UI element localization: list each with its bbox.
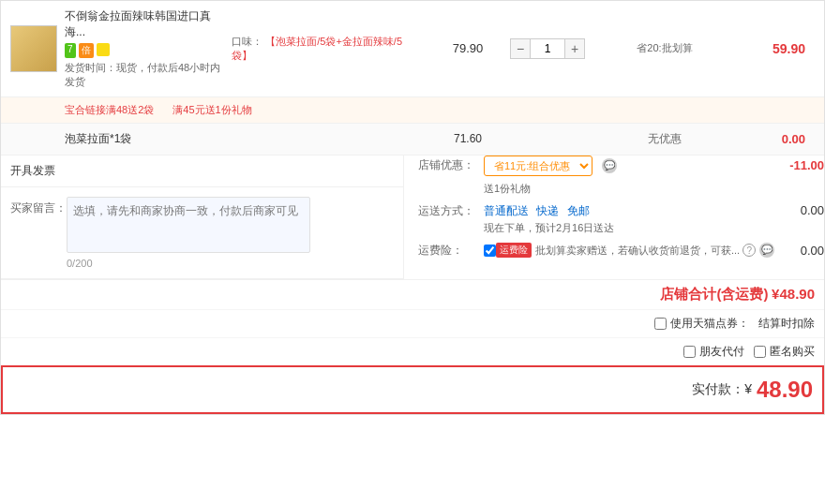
delivery-amount: 0.00	[801, 203, 824, 217]
anonymous-checkbox[interactable]	[754, 346, 766, 358]
details-section: 开具发票 买家留言： 0/200 店铺优惠： 省11元:组合优惠 💬 -11.0…	[1, 156, 824, 279]
delivery-method-1[interactable]: 普通配送	[484, 204, 529, 217]
insurance-chat-icon[interactable]: 💬	[759, 243, 774, 258]
product-flavor: 口味： 【泡菜拉面/5袋+金拉面辣味/5袋】	[232, 35, 430, 63]
discount-amount: -11.00	[789, 158, 824, 172]
info-icon[interactable]: ?	[742, 244, 756, 257]
delivery-row: 运送方式： 普通配送 快递 免邮 现在下单，预计2月16日送达 0.00	[418, 203, 824, 235]
shop-total: 店铺合计(含运费) ¥48.90	[1, 279, 824, 309]
shop-total-label: 店铺合计(含运费)	[660, 286, 768, 302]
sub-product-discount: 无优惠	[590, 131, 740, 147]
invoice-label: 开具发票	[10, 164, 55, 177]
delivery-method-3[interactable]: 免邮	[567, 204, 590, 217]
gift-info: 送1份礼物	[484, 182, 824, 196]
insurance-amount: 0.00	[801, 244, 824, 258]
friend-pay-label: 朋友代付	[699, 344, 744, 360]
promo-text-1: 宝合链接满48送2袋	[65, 103, 154, 117]
discount-select[interactable]: 省11元:组合优惠	[484, 156, 592, 176]
message-row: 买家留言： 0/200	[1, 187, 403, 279]
message-counter: 0/200	[67, 258, 310, 269]
discount-info: 省20:批划算	[590, 41, 740, 55]
coupon-label: 使用天猫点券：	[670, 316, 749, 332]
final-payment-amount: 48.90	[757, 377, 813, 403]
left-section: 开具发票 买家留言： 0/200	[1, 156, 404, 279]
quantity-control: − +	[505, 38, 590, 59]
final-payment-section: 实付款：¥ 48.90	[1, 365, 824, 414]
tag-extra	[97, 43, 110, 56]
shop-total-amount: ¥48.90	[772, 286, 815, 302]
sub-product-row: 泡菜拉面*1袋 71.60 无优惠 0.00	[1, 124, 824, 156]
message-textarea[interactable]	[67, 197, 310, 253]
qty-input[interactable]	[531, 38, 564, 59]
insurance-badge: 运费险	[496, 243, 532, 258]
tag-multiplier: 倍	[79, 43, 94, 58]
promo-item-2: 满45元送1份礼物	[172, 103, 251, 117]
delivery-methods: 普通配送 快递 免邮	[484, 203, 801, 219]
delivery-info: 普通配送 快递 免邮 现在下单，预计2月16日送达	[484, 203, 801, 235]
insurance-checkbox[interactable]	[484, 245, 496, 257]
coupon-value: 结算时扣除	[758, 316, 815, 332]
flavor-label: 口味：	[232, 36, 262, 47]
coupon-row: 使用天猫点券： 结算时扣除	[1, 309, 824, 337]
qty-decrease-button[interactable]: −	[510, 38, 531, 59]
final-payment-label: 实付款：¥	[692, 381, 752, 398]
insurance-label: 运费险：	[418, 243, 484, 259]
chat-icon[interactable]: 💬	[602, 158, 617, 173]
right-section: 店铺优惠： 省11元:组合优惠 💬 -11.00 送1份礼物 运送方式： 普通配…	[404, 156, 824, 279]
product-row: 不倒翁金拉面辣味韩国进口真海... 7 倍 发货时间：现货，付款后48小时内发货…	[1, 1, 824, 97]
product-info: 不倒翁金拉面辣味韩国进口真海... 7 倍 发货时间：现货，付款后48小时内发货	[65, 8, 232, 89]
delivery-date: 现在下单，预计2月16日送达	[484, 221, 801, 235]
product-image	[10, 25, 57, 72]
sub-product-subtotal: 0.00	[740, 132, 815, 146]
coupon-checkbox[interactable]	[654, 318, 667, 330]
message-input-area: 0/200	[67, 197, 310, 269]
qty-increase-button[interactable]: +	[564, 38, 585, 59]
promo-text-2: 满45元送1份礼物	[172, 103, 251, 117]
promo-bar: 宝合链接满48送2袋 满45元送1份礼物	[1, 97, 824, 124]
friend-pay-checkbox[interactable]	[683, 346, 696, 358]
insurance-text: 批划算卖家赠送，若确认收货前退货，可获...	[535, 244, 740, 258]
friend-pay-item[interactable]: 朋友代付	[683, 344, 744, 360]
friend-row: 朋友代付 匿名购买	[1, 337, 824, 365]
insurance-row: 运费险： 运费险 批划算卖家赠送，若确认收货前退货，可获... ? 💬 0.00	[418, 243, 824, 259]
invoice-row: 开具发票	[1, 156, 403, 187]
anonymous-item[interactable]: 匿名购买	[754, 344, 815, 360]
promo-item-1: 宝合链接满48送2袋	[65, 103, 154, 117]
anonymous-label: 匿名购买	[770, 344, 815, 360]
shop-discount-label: 店铺优惠：	[418, 157, 484, 173]
product-tags: 7 倍	[65, 43, 222, 58]
discount-text: 省20:批划算	[637, 42, 692, 53]
product-name: 不倒翁金拉面辣味韩国进口真海...	[65, 8, 222, 40]
product-delivery: 发货时间：现货，付款后48小时内发货	[65, 61, 222, 89]
coupon-checkbox-item[interactable]: 使用天猫点券：	[654, 316, 749, 332]
sub-product-price: 71.60	[430, 132, 505, 145]
sub-product-name: 泡菜拉面*1袋	[65, 131, 430, 147]
tag-7x: 7	[65, 43, 76, 58]
delivery-label: 运送方式：	[418, 203, 484, 219]
insurance-content: 运费险 批划算卖家赠送，若确认收货前退货，可获... ? 💬 0.00	[484, 243, 824, 258]
product-price: 79.90	[430, 41, 505, 55]
delivery-method-2[interactable]: 快递	[536, 204, 559, 217]
shop-discount-row: 店铺优惠： 省11元:组合优惠 💬 -11.00	[418, 156, 824, 176]
message-label: 买家留言：	[10, 197, 67, 269]
product-subtotal: 59.90	[740, 41, 815, 56]
